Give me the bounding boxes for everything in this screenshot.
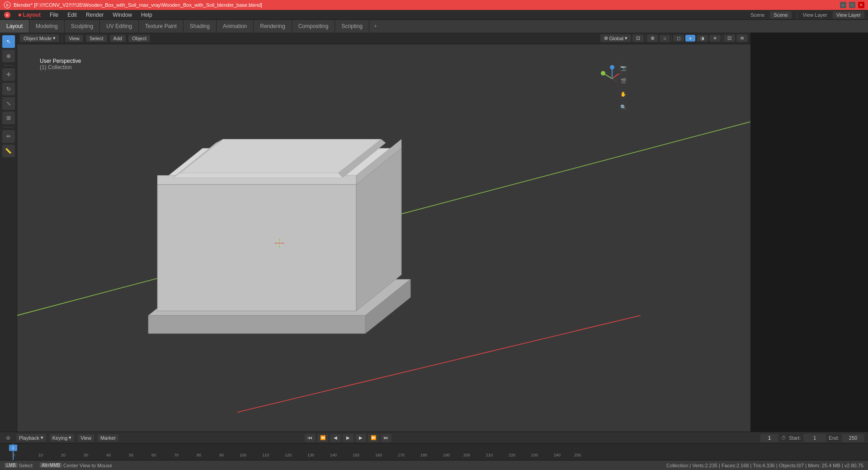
svg-text:120: 120 <box>285 453 292 457</box>
main-area: ↖ ⊕ ✛ ↻ ⤡ ⊞ ✏ 📏 Object Mode ▾ View Selec… <box>0 33 868 470</box>
center-view-key: Alt+MMB <box>40 463 62 468</box>
timeline-view-menu[interactable]: View <box>78 434 94 442</box>
timeline-icon: ⊕ <box>4 433 13 442</box>
menu-item-layout[interactable]: ■ Layout <box>16 11 42 19</box>
tab-layout[interactable]: Layout <box>0 20 29 33</box>
view-layer-selector[interactable]: View Layer <box>833 11 864 19</box>
svg-text:180: 180 <box>420 453 427 457</box>
titlebar-text: Blender* [F:\!!!CONV_V2!!!!!\35\Wooden_B… <box>14 2 262 8</box>
measure-tool[interactable]: 📏 <box>2 145 15 157</box>
maximize-button[interactable]: □ <box>849 2 855 8</box>
timeline-range: 1 ⏱ Start: 1 End: 250 <box>760 434 864 442</box>
menu-edit[interactable]: Edit <box>66 11 79 19</box>
svg-text:70: 70 <box>174 453 179 457</box>
titlebar-controls: ─ □ ✕ <box>840 2 864 8</box>
transform-tool[interactable]: ⊞ <box>2 112 15 124</box>
marker-menu[interactable]: Marker <box>98 434 118 442</box>
svg-text:110: 110 <box>262 453 269 457</box>
global-selector[interactable]: ⊕ Global ▾ <box>600 34 632 42</box>
svg-text:B: B <box>6 3 8 7</box>
annotate-tool[interactable]: ✏ <box>2 130 15 143</box>
move-tool[interactable]: ✛ <box>2 68 15 81</box>
svg-text:140: 140 <box>330 453 337 457</box>
add-menu[interactable]: Add <box>110 35 126 42</box>
viewport-header: Object Mode ▾ View Select Add Object ⊕ G… <box>17 33 750 44</box>
object-mode-dropdown[interactable]: Object Mode ▾ <box>20 34 59 42</box>
next-keyframe-button[interactable]: ⏩ <box>368 434 379 442</box>
object-menu[interactable]: Object <box>128 35 150 42</box>
svg-text:160: 160 <box>375 453 382 457</box>
svg-text:10: 10 <box>38 453 43 457</box>
prev-frame-button[interactable]: ◀ <box>330 434 341 442</box>
material-preview-mode[interactable]: ◑ <box>697 35 708 42</box>
view-menu[interactable]: View <box>65 35 83 42</box>
playback-menu[interactable]: Playback ▾ <box>16 434 46 442</box>
tab-compositing[interactable]: Compositing <box>292 20 335 33</box>
snap-toggle[interactable]: ⊕ <box>647 34 658 42</box>
status-center-view: Alt+MMB Center View to Mouse <box>40 463 112 468</box>
rendered-mode[interactable]: ☀ <box>709 35 721 42</box>
menu-window[interactable]: Window <box>111 11 134 19</box>
cursor-tool[interactable]: ⊕ <box>2 50 15 62</box>
wireframe-mode[interactable]: ◻ <box>673 35 684 42</box>
tool-separator-1 <box>3 65 14 66</box>
next-frame-button[interactable]: ▶ <box>355 434 366 442</box>
svg-text:20: 20 <box>61 453 66 457</box>
play-button[interactable]: ▶ <box>343 434 354 442</box>
end-frame-input[interactable]: 250 <box>842 434 864 442</box>
viewport-tool-grab[interactable]: ✋ <box>618 88 629 100</box>
proportional-edit[interactable]: ○ <box>660 35 670 42</box>
vp-sep-2 <box>645 35 646 42</box>
xray-toggle[interactable]: ≋ <box>736 34 748 42</box>
select-key: LMB <box>5 463 18 468</box>
svg-text:150: 150 <box>353 453 359 457</box>
jump-to-start-button[interactable]: ⏮ <box>305 434 316 442</box>
viewport-tool-render[interactable]: 🎬 <box>618 75 629 87</box>
svg-text:240: 240 <box>554 453 561 457</box>
tab-modeling[interactable]: Modeling <box>29 20 65 33</box>
layer-label: View Layer <box>803 12 827 18</box>
status-select: LMB Select <box>5 463 33 468</box>
svg-text:250: 250 <box>574 453 581 457</box>
tab-rendering[interactable]: Rendering <box>254 20 292 33</box>
current-frame-input[interactable]: 1 <box>760 434 778 442</box>
status-info: Collection | Verts:2.235 | Faces:2.168 |… <box>666 463 863 468</box>
overlay-toggle[interactable]: ⊡ <box>724 34 735 42</box>
jump-to-end-button[interactable]: ⏭ <box>381 434 392 442</box>
tab-scripting[interactable]: Scripting <box>335 20 369 33</box>
viewport-tool-camera[interactable]: 📷 <box>618 62 629 74</box>
viewport-tool-search[interactable]: 🔍 <box>618 101 629 113</box>
tool-separator-2 <box>3 127 14 127</box>
svg-text:220: 220 <box>509 453 515 457</box>
vp-sep-1 <box>62 35 62 42</box>
rotate-tool[interactable]: ↻ <box>2 83 15 95</box>
tab-animation[interactable]: Animation <box>217 20 254 33</box>
start-frame-input[interactable]: 1 <box>803 434 826 442</box>
tab-sculpting[interactable]: Sculpting <box>65 20 100 33</box>
menu-help[interactable]: Help <box>139 11 154 19</box>
select-tool[interactable]: ↖ <box>2 35 15 48</box>
add-workspace-button[interactable]: + <box>369 20 382 33</box>
tab-shading[interactable]: Shading <box>184 20 217 33</box>
tab-uv-editing[interactable]: UV Editing <box>100 20 139 33</box>
tab-texture-paint[interactable]: Texture Paint <box>139 20 184 33</box>
transform-pivot[interactable]: ⊡ <box>632 34 644 42</box>
clock-icon: ⏱ <box>781 435 786 441</box>
workspace-tabs: Layout Modeling Sculpting UV Editing Tex… <box>0 20 868 33</box>
close-button[interactable]: ✕ <box>858 2 864 8</box>
3d-viewport[interactable]: User Perspective (1) Collection <box>17 44 750 432</box>
menu-file[interactable]: File <box>48 11 60 19</box>
end-label: End: <box>829 435 839 441</box>
scale-tool[interactable]: ⤡ <box>2 97 15 110</box>
prev-keyframe-button[interactable]: ⏪ <box>317 434 328 442</box>
keying-menu[interactable]: Keying ▾ <box>50 434 75 442</box>
blender-logo: B <box>4 11 11 19</box>
solid-mode[interactable]: ● <box>685 35 695 42</box>
svg-text:130: 130 <box>307 453 314 457</box>
minimize-button[interactable]: ─ <box>840 2 846 8</box>
select-action-label: Select <box>19 463 33 468</box>
vp-sep-4 <box>722 35 722 42</box>
scene-selector[interactable]: Scene <box>770 11 791 19</box>
select-menu[interactable]: Select <box>86 35 107 42</box>
menu-render[interactable]: Render <box>84 11 105 19</box>
